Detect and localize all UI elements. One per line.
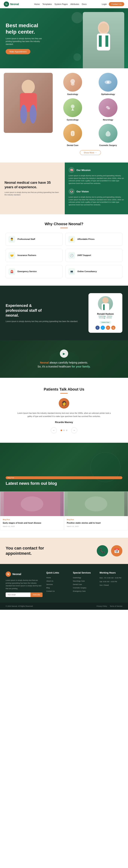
blog-card-1-image [64, 492, 128, 516]
footer-link-contact[interactable]: Contact Us [46, 590, 69, 592]
footer-service-2[interactable]: Neurology Care [73, 580, 96, 582]
why-online-icon: 💻 [68, 268, 75, 275]
service-gastrology[interactable]: Gastrology [56, 73, 89, 95]
footer-hours-sunday: Sun: Closed [100, 584, 122, 587]
why-grid: 👨‍⚕️ Professional Staff 💰 Affordable Pri… [6, 233, 122, 278]
svg-point-10 [71, 83, 75, 86]
appointment-heading: You can contact for appointment. [6, 546, 44, 556]
service-gynecology-label: Gynecology [67, 119, 79, 121]
why-emergency-icon: 🚨 [8, 268, 15, 275]
blog-card-0-body: Blog Post Early stages of brain and hear… [0, 516, 64, 530]
appointment-text: You can contact for appointment. [6, 546, 44, 556]
service-dental-icon [63, 124, 82, 143]
vision-text: Lorem ipsum is simple dummy text to prin… [69, 196, 124, 206]
appointment-phone-icon[interactable]: 📞 [97, 545, 108, 556]
footer-subscribe-button[interactable]: Subscribe [30, 592, 43, 597]
why-support-icon: 🕐 [68, 252, 75, 259]
testimonial-dot-2[interactable] [66, 430, 68, 431]
blog-card-0-image [0, 492, 64, 516]
blog-card-1[interactable]: Blog Post Positive statin stories add to… [64, 492, 128, 530]
footer-link-home[interactable]: Home [46, 577, 69, 579]
blog-card-1-tag: Blog Post [67, 519, 125, 520]
nav-login[interactable]: Login [102, 3, 107, 5]
appointment-icons: 📞 📅 [97, 545, 122, 556]
service-neurology[interactable]: Neurology [92, 98, 124, 121]
facebook-link[interactable]: f [96, 326, 100, 330]
why-insurance-text: Insurance Partners [18, 254, 36, 257]
nav-docs[interactable]: Docs [82, 3, 86, 5]
why-affordable-text: Affordable Prices [77, 238, 95, 241]
nav-cta-button[interactable]: Contact Us [109, 2, 124, 6]
services-grid-container: Gastrology Ophtalmology Gynecology Neuro… [56, 73, 124, 158]
vision-title: Our Vision [76, 190, 89, 193]
footer-terms-link[interactable]: Terms of Service [110, 605, 122, 607]
mission-title: Our Mission [76, 169, 91, 172]
appointment-calendar-icon[interactable]: 📅 [111, 545, 122, 556]
footer-link-about[interactable]: About Us [46, 580, 69, 582]
mission-left-heading: Neonal medical care have 35 years of exp… [4, 181, 60, 189]
blog-featured-tag: Blog Post [6, 476, 122, 479]
elderly-patient-silhouette [13, 76, 43, 129]
services-side-image [4, 73, 53, 133]
mission-icon: 🧠 [69, 167, 75, 173]
why-card-emergency: 🚨 Emergency Service [6, 265, 62, 278]
footer-service-3[interactable]: Dental Care [73, 584, 96, 585]
footer-link-blog[interactable]: Blog [46, 587, 69, 589]
testimonial-prev-button[interactable]: ← [51, 427, 57, 433]
play-button[interactable]: ▶ [60, 349, 68, 358]
footer-hours-saturday: Sat: 9:00 AM - 4:00 PM [100, 581, 122, 583]
service-dental[interactable]: Dental Care [56, 124, 89, 146]
nav-templates[interactable]: Templates [42, 3, 52, 5]
why-card-insurance: 🤝 Insurance Partners [6, 249, 62, 262]
nav-system-pages[interactable]: System Pages [54, 3, 68, 5]
nav-logo[interactable]: N Neonal [4, 1, 19, 7]
blog-card-0-tag: Blog Post [3, 519, 61, 520]
footer-service-4[interactable]: Cosmetic Surgery [73, 587, 96, 589]
staff-card: Ronald Hudson Cardiology - Director Onco… [88, 293, 122, 333]
twitter-link[interactable]: t [101, 326, 105, 330]
nav-attributes[interactable]: Attributes [70, 3, 79, 5]
footer-service-1[interactable]: Gastrology [73, 577, 96, 579]
why-affordable-icon: 💰 [68, 236, 75, 243]
footer-service-5[interactable]: Emergency Care [73, 590, 96, 592]
testimonial-section: Patients Talk About Us 👩 Lorem Ipsum has… [0, 378, 128, 443]
svg-point-19 [102, 297, 108, 303]
footer-email-input[interactable] [6, 592, 30, 597]
hero-cta-button[interactable]: Make Appointment [6, 49, 30, 54]
nav-home[interactable]: Home [34, 3, 40, 5]
footer-link-services[interactable]: Services [46, 584, 69, 585]
footer-privacy-link[interactable]: Privacy Policy [97, 605, 107, 607]
testimonial-next-button[interactable]: → [71, 427, 77, 433]
testimonial-dot-active[interactable] [60, 430, 62, 431]
footer-grid: N Neonal Lorem ipsum is simply dummy tex… [6, 571, 122, 597]
logo-text: Neonal [10, 3, 19, 6]
blog-section: Blog Post Latest news form ouI blog Blog… [0, 443, 128, 538]
service-ophtalmology[interactable]: Ophtalmology [92, 73, 124, 95]
vision-header: 👁️ Our Vision [69, 188, 124, 194]
staff-text: Experienced & professional staff of neon… [6, 303, 84, 323]
footer-logo: N Neonal [6, 571, 43, 577]
svg-rect-21 [103, 304, 105, 310]
blog-card-1-body: Blog Post Positive statin stories add to… [64, 516, 128, 530]
footer-brand: N Neonal Lorem ipsum is simply dummy tex… [6, 571, 43, 597]
surgery-paragraph: Neonal always carefully helping patients… [37, 361, 91, 369]
service-gynecology[interactable]: Gynecology [56, 98, 89, 121]
show-more-button[interactable]: Show More → [80, 150, 101, 155]
instagram-link[interactable]: in [106, 326, 110, 330]
staff-name-container: Ronald Hudson Cardiology - Director Onco… [92, 313, 119, 319]
service-cosmetic[interactable]: Cosmetic Surgery [92, 124, 124, 146]
service-cosmetic-label: Cosmetic Surgery [99, 144, 117, 146]
mission-section: Neonal medical care have 35 years of exp… [0, 162, 128, 214]
why-professional-text: Professional Staff [18, 238, 35, 241]
linkedin-link[interactable]: ig [111, 326, 116, 330]
footer-special-services-title: Special Services [73, 571, 96, 574]
footer-hours: Working Hours Mon - Fri: 9:00 AM - 6:00 … [100, 571, 122, 597]
services-grid: Gastrology Ophtalmology Gynecology Neuro… [56, 73, 124, 146]
svg-point-25 [21, 496, 43, 512]
staff-role: Cardiology - Director Oncology - Directo… [92, 315, 119, 319]
blog-card-0[interactable]: Blog Post Early stages of brain and hear… [0, 492, 64, 530]
footer-logo-text: Neonal [12, 572, 21, 576]
testimonial-text: Lorem Ipsum has been the industry standa… [17, 411, 111, 418]
testimonial-dot-1[interactable] [63, 430, 65, 431]
service-dental-label: Dental Care [67, 144, 78, 146]
